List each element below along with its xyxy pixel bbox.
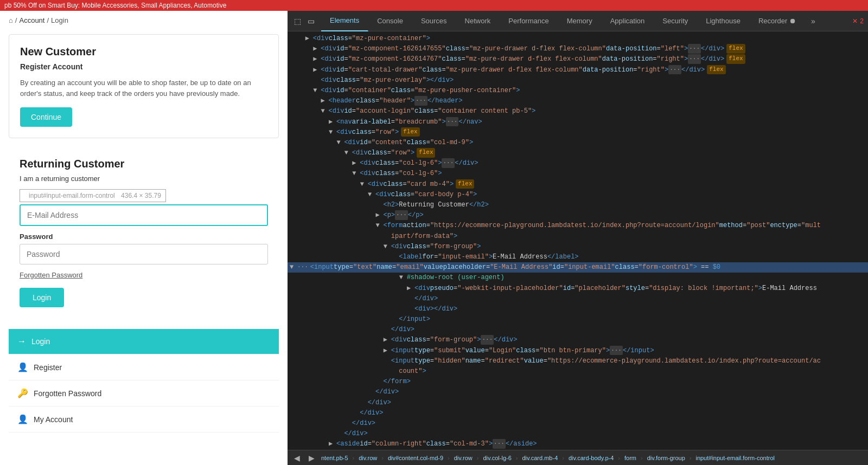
sidebar-item-forgotten-password[interactable]: 🔑 Forgotten Password bbox=[9, 380, 279, 406]
code-line[interactable]: ▼<div id="account-login" class="containe… bbox=[288, 106, 868, 117]
code-line[interactable]: ▶<p> ··· </p> bbox=[288, 210, 868, 221]
code-line[interactable]: ▼#shadow-root (user-agent) bbox=[288, 273, 868, 283]
statusbar-divrow1[interactable]: div.row bbox=[359, 455, 377, 461]
tree-toggle[interactable]: ▼ bbox=[336, 138, 343, 148]
code-line[interactable]: </input> bbox=[288, 314, 868, 325]
tree-toggle[interactable]: ▶ bbox=[329, 117, 335, 127]
code-line[interactable]: <div></div> bbox=[288, 304, 868, 314]
statusbar-formgroup[interactable]: div.form-group bbox=[647, 455, 685, 461]
code-line[interactable]: </div> bbox=[288, 325, 868, 335]
code-line[interactable]: ▶<div class="mz-pure-container"> bbox=[288, 34, 868, 44]
sidebar-item-register[interactable]: 👤 Register bbox=[9, 354, 279, 380]
code-line[interactable]: ▶<div pseudo="-webkit-input-placeholder"… bbox=[288, 283, 868, 294]
tree-toggle[interactable]: ▶ bbox=[329, 439, 335, 449]
code-line[interactable]: ▼<div id="container" class="mz-pure-push… bbox=[288, 86, 868, 96]
code-line[interactable]: ▼<div class="row"> flex bbox=[288, 148, 868, 158]
tree-toggle[interactable]: ▼ bbox=[368, 190, 374, 200]
code-line[interactable]: ▶<div id="cart-total-drawer" class="mz-p… bbox=[288, 65, 868, 75]
password-input[interactable] bbox=[20, 244, 268, 264]
inspect-icon[interactable]: ⬚ bbox=[292, 15, 303, 28]
tree-toggle[interactable]: ▶ bbox=[321, 96, 328, 106]
tree-toggle[interactable]: ▶ bbox=[375, 210, 382, 221]
statusbar-root[interactable]: ntent.pb-5 bbox=[321, 455, 348, 461]
more-tabs-button[interactable]: » bbox=[807, 17, 820, 25]
statusbar-cardbody[interactable]: div.card-body.p-4 bbox=[569, 455, 614, 461]
statusbar-form[interactable]: form bbox=[624, 455, 636, 461]
code-line[interactable]: ▶<nav aria-label="breadcrumb"> ··· </nav… bbox=[288, 117, 868, 127]
forgot-password-link[interactable]: Forgotten Password bbox=[20, 271, 268, 279]
statusbar-content[interactable]: div#content.col-md-9 bbox=[388, 455, 443, 461]
code-line[interactable]: ipart/form-data"> bbox=[288, 231, 868, 242]
tree-toggle[interactable]: ▶ bbox=[313, 54, 320, 64]
code-line[interactable]: </div> bbox=[288, 408, 868, 418]
code-line[interactable]: ▼···<input type="text" name="email" valu… bbox=[288, 262, 868, 273]
code-line[interactable]: ▶<header class="header"> ··· </header> bbox=[288, 96, 868, 106]
statusbar-collg6[interactable]: div.col-lg-6 bbox=[483, 455, 511, 461]
tree-toggle[interactable]: ▼ bbox=[321, 106, 328, 117]
code-line[interactable]: ▼<div class="col-lg-6"> bbox=[288, 169, 868, 179]
code-line[interactable]: ▶<div id="mz-component-1626147655" class… bbox=[288, 44, 868, 54]
account-link[interactable]: Account bbox=[19, 16, 44, 24]
statusbar-cardmb4[interactable]: div.card.mb-4 bbox=[522, 455, 558, 461]
statusbar-input[interactable]: input#input-email.form-control bbox=[695, 455, 775, 461]
tree-toggle[interactable]: ▼ bbox=[384, 242, 390, 252]
tree-toggle[interactable]: ▶ bbox=[352, 158, 359, 169]
tab-recorder[interactable]: Recorder ⏺ bbox=[750, 11, 806, 31]
code-line[interactable]: ▶<div id="mz-component-162614767" class=… bbox=[288, 54, 868, 64]
tree-toggle[interactable]: ▼ bbox=[360, 179, 367, 190]
tab-application[interactable]: Application bbox=[602, 11, 654, 31]
tab-elements[interactable]: Elements bbox=[321, 11, 368, 31]
tab-network[interactable]: Network bbox=[456, 11, 500, 31]
tab-console[interactable]: Console bbox=[368, 11, 412, 31]
tree-toggle[interactable]: ▶ bbox=[313, 65, 320, 75]
tree-toggle[interactable]: ▼ bbox=[290, 262, 296, 273]
code-line[interactable]: <label for="input-email">E-Mail Address<… bbox=[288, 252, 868, 262]
tree-toggle[interactable]: ▶ bbox=[313, 44, 320, 54]
sidebar-item-login[interactable]: → Login bbox=[9, 329, 279, 354]
tab-lighthouse[interactable]: Lighthouse bbox=[697, 11, 750, 31]
tree-toggle[interactable]: ▼ bbox=[352, 169, 359, 179]
tree-toggle[interactable]: ▶ bbox=[407, 283, 413, 294]
code-line[interactable]: ▼<div class="form-group"> bbox=[288, 242, 868, 252]
scroll-left-button[interactable]: ◀ bbox=[292, 454, 302, 462]
tree-toggle[interactable]: ▶ bbox=[305, 34, 312, 44]
code-line[interactable]: ▶<aside id="column-right" class="col-md-… bbox=[288, 439, 868, 449]
code-line[interactable]: ▼<div class="card-body p-4"> bbox=[288, 190, 868, 200]
code-line[interactable]: ▶<div class="form-group"> ··· </div> bbox=[288, 335, 868, 345]
code-line[interactable]: ▶<input type="submit" value="Login" clas… bbox=[288, 346, 868, 356]
code-line[interactable]: </div> bbox=[288, 398, 868, 408]
tree-toggle[interactable]: ▼ bbox=[399, 273, 406, 283]
login-button[interactable]: Login bbox=[20, 288, 64, 307]
device-icon[interactable]: ▭ bbox=[305, 15, 317, 28]
statusbar-divrow2[interactable]: div.row bbox=[454, 455, 473, 461]
code-line[interactable]: ▼<div id="content" class="col-md-9"> bbox=[288, 138, 868, 148]
tab-sources[interactable]: Sources bbox=[412, 11, 456, 31]
tree-toggle[interactable]: ▼ bbox=[375, 221, 382, 231]
tree-toggle[interactable]: ▼ bbox=[329, 127, 335, 138]
email-input[interactable] bbox=[20, 204, 268, 226]
sidebar-item-my-account[interactable]: 👤 My Account bbox=[9, 406, 279, 432]
code-line[interactable]: count"> bbox=[288, 366, 868, 377]
code-line[interactable]: ▼<div class="row"> flex bbox=[288, 127, 868, 138]
tree-toggle[interactable]: ▼ bbox=[344, 148, 351, 158]
tab-memory[interactable]: Memory bbox=[558, 11, 602, 31]
code-line[interactable]: <h2>Returning Customer</h2> bbox=[288, 200, 868, 210]
code-panel[interactable]: ▶<div class="mz-pure-container"> ▶<div i… bbox=[288, 31, 868, 450]
tree-toggle[interactable]: ▶ bbox=[384, 335, 390, 345]
scroll-right-button[interactable]: ▶ bbox=[307, 454, 317, 462]
code-line[interactable]: </div> bbox=[288, 294, 868, 304]
code-line[interactable]: </div> bbox=[288, 387, 868, 397]
code-line[interactable]: </div> bbox=[288, 418, 868, 429]
code-line[interactable]: ▼<form action="https://ecommerce-playgro… bbox=[288, 221, 868, 231]
code-line[interactable]: <input type="hidden" name="redirect" val… bbox=[288, 356, 868, 366]
code-line[interactable]: <div class="mz-pure-overlay"></div> bbox=[288, 75, 868, 86]
tree-toggle[interactable]: ▶ bbox=[384, 346, 390, 356]
code-line[interactable]: ▶<div class="col-lg-6"> ··· </div> bbox=[288, 158, 868, 169]
code-line[interactable]: ▼<div class="card mb-4"> flex bbox=[288, 179, 868, 190]
tree-toggle[interactable]: ▼ bbox=[313, 86, 320, 96]
continue-button[interactable]: Continue bbox=[20, 107, 72, 127]
tab-performance[interactable]: Performance bbox=[500, 11, 558, 31]
tab-security[interactable]: Security bbox=[654, 11, 697, 31]
code-line[interactable]: </form> bbox=[288, 377, 868, 387]
code-line[interactable]: </div> bbox=[288, 429, 868, 439]
